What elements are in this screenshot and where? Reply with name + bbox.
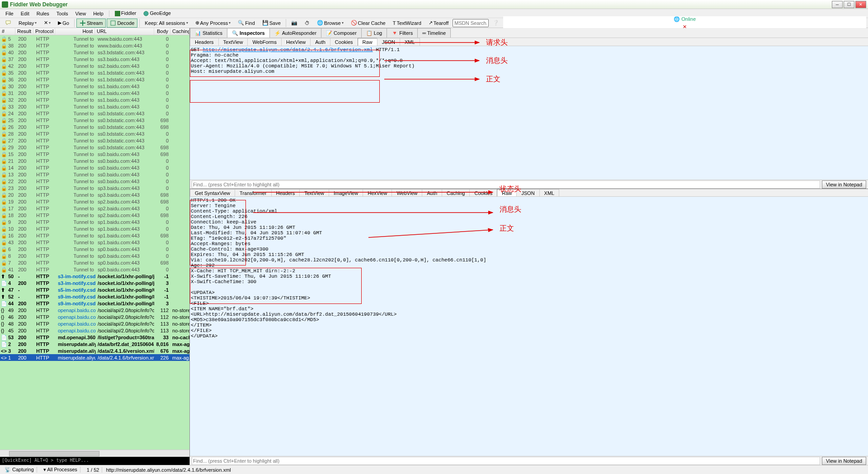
reqtab-headers[interactable]: Headers <box>190 38 219 46</box>
request-find-input[interactable] <box>192 180 820 189</box>
tab-autoresponder[interactable]: ⚡AutoResponder <box>269 28 321 38</box>
session-row[interactable]: 🔒13200HTTPTunnel toss0.baidu.com:4430 <box>0 171 189 178</box>
session-row[interactable]: 🔒8200HTTPTunnel tosp0.baidu.com:4430 <box>0 252 189 259</box>
session-row[interactable]: 🔒30200HTTPTunnel toss1.baidu.com:4430 <box>0 83 189 90</box>
col-result[interactable]: Result <box>15 28 33 35</box>
response-raw[interactable]: HTTP/1.1 200 OK Server: Tengine Content-… <box>190 197 868 340</box>
session-row[interactable]: 🔒43200HTTPTunnel tosp1.baidu.com:4430 <box>0 239 189 246</box>
comment-button[interactable] <box>2 19 14 28</box>
session-row[interactable]: ⬆52-HTTPs9-im-notify.csdn.net/socket.io/… <box>0 293 189 300</box>
menu-geoedge-link[interactable]: GeoEdge <box>140 10 174 16</box>
menu-rules[interactable]: Rules <box>33 11 53 16</box>
col-num[interactable]: # <box>0 28 15 35</box>
menu-fiddler-link[interactable]: Fiddler <box>111 10 140 16</box>
decode-button[interactable]: Decode <box>107 19 137 28</box>
session-row[interactable]: {}48200HTTPopenapi.baidu.com/social/api/… <box>0 320 189 327</box>
resptab-raw[interactable]: Raw <box>497 189 517 196</box>
reqtab-textview[interactable]: TextView <box>218 38 248 46</box>
session-row[interactable]: {}46200HTTPopenapi.baidu.com/social/api/… <box>0 313 189 320</box>
resptab-transformer[interactable]: Transformer <box>235 189 272 196</box>
tearoff-button[interactable]: ↗Tearoff <box>425 19 452 27</box>
session-row[interactable]: {}45200HTTPopenapi.baidu.com/social/api/… <box>0 327 189 334</box>
tab-composer[interactable]: 📝Composer <box>321 28 362 38</box>
session-row[interactable]: 📄53200HTTPmd.openapi.360.cn/list/get?pro… <box>0 334 189 341</box>
menu-help[interactable]: Help <box>90 11 107 16</box>
col-host[interactable]: Host <box>55 28 95 35</box>
msdn-search[interactable] <box>453 19 489 27</box>
response-find-input[interactable] <box>192 457 820 465</box>
session-row[interactable]: <>1200HTTPmiserupdate.aliyun..../data/2.… <box>0 354 189 361</box>
resptab-headers[interactable]: Headers <box>271 189 300 196</box>
any-process[interactable]: ⊕ Any Process <box>192 19 234 27</box>
menu-file[interactable]: File <box>2 11 17 16</box>
resptab-get-syntaxview[interactable]: Get SyntaxView <box>190 189 235 196</box>
resptab-cookies[interactable]: Cookies <box>469 189 497 196</box>
session-row[interactable]: 🔒6200HTTPTunnel tosp0.baidu.com:4430 <box>0 246 189 252</box>
session-row[interactable]: 🔒10200HTTPTunnel tosp1.baidu.com:4430 <box>0 225 189 232</box>
browse-button[interactable]: 🌐Browse <box>314 19 347 27</box>
session-row[interactable]: 🔒38200HTTPTunnel towww.baidu.com:4430 <box>0 42 189 49</box>
session-row[interactable]: 🔒15200HTTPTunnel toss0.baidu.com:443698 <box>0 151 189 157</box>
resptab-caching[interactable]: Caching <box>442 189 470 196</box>
help-icon[interactable]: ❔ <box>490 19 502 27</box>
session-row[interactable]: 🔒18200HTTPTunnel tosp2.baidu.com:443698 <box>0 212 189 218</box>
session-row[interactable]: 🔒26200HTTPTunnel toss0.bdstatic.com:4436… <box>0 123 189 130</box>
session-row[interactable]: 🔒9200HTTPTunnel tosp1.baidu.com:4430 <box>0 218 189 225</box>
session-row[interactable]: 🔒33200HTTPTunnel toss1.baidu.com:4430 <box>0 103 189 110</box>
go-button[interactable]: ▶ Go <box>55 19 72 27</box>
session-row[interactable]: 🔒16200HTTPTunnel tosp1.baidu.com:443698 <box>0 232 189 239</box>
tab-inspectors[interactable]: 🔍Inspectors <box>227 28 270 38</box>
status-processes[interactable]: ▾ All Processes <box>41 467 80 473</box>
session-row[interactable]: ⬆47-HTTPs5-im-notify.csdn.net/socket.io/… <box>0 286 189 293</box>
col-protocol[interactable]: Protocol <box>33 28 55 35</box>
close-button[interactable]: ✕ <box>855 1 866 8</box>
session-row[interactable]: 🔒7200HTTPTunnel tosp0.baidu.com:443698 <box>0 259 189 266</box>
session-row[interactable]: 🔒42200HTTPTunnel toss2.baidu.com:4430 <box>0 62 189 69</box>
request-raw[interactable]: GET http://miserupdate.aliyun.com/data/2… <box>190 46 868 75</box>
timer-button[interactable]: ⏱ <box>302 19 313 27</box>
replay-button[interactable]: Replay <box>15 19 40 27</box>
session-row[interactable]: 🔒5200HTTPTunnel towww.baidu.com:4430 <box>0 35 189 42</box>
stream-button[interactable]: Stream <box>76 19 106 28</box>
reqtab-cookies[interactable]: Cookies <box>330 38 358 46</box>
reqtab-raw[interactable]: Raw <box>358 38 377 46</box>
session-row[interactable]: 🔒21200HTTPTunnel toss0.baidu.com:4430 <box>0 157 189 164</box>
keep-sessions[interactable]: Keep: All sessions <box>142 19 191 27</box>
reqtab-xml[interactable]: XML <box>400 38 420 46</box>
session-row[interactable]: 🔒28200HTTPTunnel toss0.bdstatic.com:4430 <box>0 130 189 137</box>
textwizard-button[interactable]: T TextWizard <box>390 19 425 27</box>
save-button[interactable]: 💾Save <box>259 19 284 27</box>
reqtab-json[interactable]: JSON <box>377 38 400 46</box>
session-row[interactable]: 🔒17200HTTPTunnel tosp2.baidu.com:4430 <box>0 205 189 212</box>
resptab-auth[interactable]: Auth <box>422 189 442 196</box>
session-row[interactable]: 🔒24200HTTPTunnel toss0.bdstatic.com:4430 <box>0 110 189 117</box>
resptab-json[interactable]: JSON <box>516 189 539 196</box>
horiz-scrollbar[interactable] <box>0 450 189 457</box>
resptab-imageview[interactable]: ImageView <box>329 189 363 196</box>
screenshot-button[interactable]: 📷 <box>288 19 301 27</box>
sessions-list[interactable]: 🔒5200HTTPTunnel towww.baidu.com:4430🔒382… <box>0 35 189 450</box>
session-row[interactable]: 📄4200HTTPs3-im-notify.csdn.net/socket.io… <box>0 280 189 286</box>
session-row[interactable]: 🔒32200HTTPTunnel toss1.baidu.com:4430 <box>0 96 189 103</box>
request-url[interactable]: http://miserupdate.aliyun.com/data/2.4.1… <box>203 47 373 52</box>
session-row[interactable]: 🔒19200HTTPTunnel tosp2.baidu.com:443698 <box>0 198 189 205</box>
menu-edit[interactable]: Edit <box>17 11 33 16</box>
tab-timeline[interactable]: ═Timeline <box>417 28 451 38</box>
reqtab-webforms[interactable]: WebForms <box>247 38 282 46</box>
session-row[interactable]: 🔒37200HTTPTunnel toss3.baidu.com:4430 <box>0 56 189 62</box>
status-capturing[interactable]: 📡 Capturing <box>2 467 37 473</box>
session-row[interactable]: 🔒40200HTTPTunnel toss3.bdstatic.com:4430 <box>0 49 189 56</box>
reqtab-hexview[interactable]: HexView <box>281 38 311 46</box>
tab-statistics[interactable]: 📊Statistics <box>190 28 227 38</box>
session-row[interactable]: 🔒14200HTTPTunnel toss0.baidu.com:4430 <box>0 164 189 171</box>
resptab-textview[interactable]: TextView <box>299 189 329 196</box>
tab-log[interactable]: 📋Log <box>361 28 387 38</box>
resptab-webview[interactable]: WebView <box>392 189 422 196</box>
session-row[interactable]: 🔒41200HTTPTunnel tosp0.baidu.com:4430 <box>0 266 189 273</box>
tab-filters[interactable]: 🔻Filters <box>387 28 418 38</box>
resptab-xml[interactable]: XML <box>539 189 560 196</box>
col-caching[interactable]: Caching <box>170 28 189 35</box>
session-row[interactable]: 🔒23200HTTPTunnel tosp3.baidu.com:4430 <box>0 185 189 191</box>
session-row[interactable]: 🔒22200HTTPTunnel toss0.baidu.com:4430 <box>0 178 189 185</box>
col-url[interactable]: URL <box>95 28 154 35</box>
